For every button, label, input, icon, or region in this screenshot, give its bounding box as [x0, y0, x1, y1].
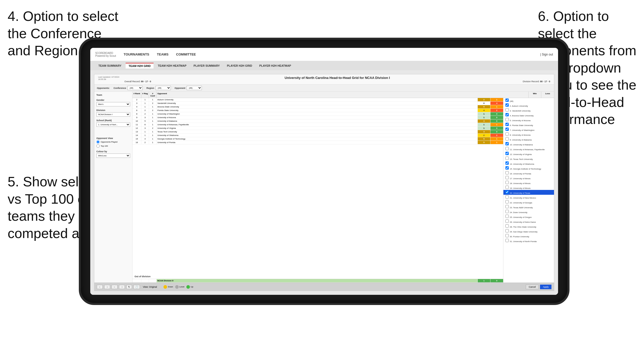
- radio-opponents-played[interactable]: Opponents Played: [96, 140, 130, 144]
- data-area: # Rank # Rag # Conf Opponent Win Loss: [132, 92, 554, 283]
- cell-win: 5: [478, 137, 490, 141]
- legend-up: Up: [186, 285, 193, 289]
- team-label: Team: [96, 94, 130, 96]
- dropdown-item[interactable]: 5. University of Arizona: [503, 117, 554, 122]
- col-headers: # Rank # Rag # Conf Opponent Win Loss: [132, 92, 554, 98]
- dropdown-item[interactable]: 15. Georgia Institute of Technology: [503, 166, 554, 171]
- dropdown-item[interactable]: 10. University of Alabama: [503, 142, 554, 146]
- dropdown-item[interactable]: 18. University of Illinois: [503, 180, 554, 185]
- dropdown-item[interactable]: 6. Florida State University: [503, 122, 554, 127]
- table-row: 2 1 1 Auburn University 2 1: [132, 98, 503, 102]
- sub-nav: TEAM SUMMARY TEAM H2H GRID TEAM H2H HEAT…: [90, 61, 558, 70]
- subnav-team-h2h-grid[interactable]: TEAM H2H GRID: [126, 63, 154, 68]
- dropdown-item[interactable]: 23. Texas A&M University: [503, 204, 554, 209]
- dropdown-item[interactable]: 13. Texas Tech University: [503, 156, 554, 161]
- dropdown-item[interactable]: 30. Purdue University: [503, 233, 554, 238]
- cell-rank: 9: [132, 116, 141, 119]
- grid-area: Team Gender Men's Division NCAA Division…: [94, 92, 554, 283]
- dropdown-item[interactable]: 25. University of Oregon: [503, 214, 554, 219]
- cell-opponent: Texas Tech University: [157, 130, 478, 133]
- cell-loss: 0: [490, 119, 503, 123]
- main-content: Last Updated: 4/7/2024 16:55:38 Universi…: [90, 70, 558, 295]
- cell-loss: 1: [490, 141, 503, 144]
- region-select[interactable]: (All): [156, 86, 171, 90]
- dropdown-item[interactable]: 21. University of New Mexico: [503, 195, 554, 200]
- dropdown-item[interactable]: 14. University of Oklahoma: [503, 161, 554, 166]
- cell-rank: 12: [132, 127, 141, 130]
- dropdown-item[interactable]: 20. University of Texas: [503, 190, 554, 195]
- dropdown-item[interactable]: 24. Duke University: [503, 209, 554, 214]
- cell-conf: 1: [149, 112, 157, 116]
- nav-committee[interactable]: COMMITTEE: [176, 51, 196, 57]
- dropdown-item[interactable]: 7. University of Washington: [503, 127, 554, 132]
- nav-tournaments[interactable]: TOURNAMENTS: [124, 51, 149, 57]
- cell-opponent: University of Oklahoma: [157, 134, 478, 137]
- cell-rank: 15: [132, 137, 141, 141]
- col-loss: Loss: [541, 92, 554, 98]
- subnav-player-h2h-heatmap[interactable]: PLAYER H2H HEATMAP: [256, 63, 294, 68]
- cell-rank: 8: [132, 112, 141, 116]
- dropdown-item[interactable]: 8. University of Arizona: [503, 132, 554, 137]
- cell-loss: 1: [490, 137, 503, 141]
- subnav-team-summary[interactable]: TEAM SUMMARY: [95, 63, 125, 68]
- cell-win: 1: [478, 116, 490, 119]
- filters-row: Opponents: Conference (All) Region (All): [94, 85, 554, 92]
- dropdown-item[interactable]: 9. University of Alabama: [503, 137, 554, 142]
- cell-win: 0: [478, 102, 490, 105]
- nav-teams[interactable]: TEAMS: [157, 51, 169, 57]
- dropdown-item[interactable]: 31. University of North Florida: [503, 238, 554, 243]
- cell-loss: 0: [490, 130, 503, 133]
- table-row: 12 3 2 University of Virginia 1 0: [132, 127, 503, 130]
- toolbar-back[interactable]: ←: [112, 285, 117, 289]
- toolbar-undo[interactable]: ←: [97, 285, 103, 289]
- table-row: 6 2 2 Florida State University 4 2: [132, 109, 503, 112]
- cell-rank: 2: [132, 98, 141, 101]
- dropdown-item[interactable]: (All): [503, 98, 554, 103]
- toolbar-forward[interactable]: →: [119, 285, 125, 289]
- conference-select[interactable]: (All): [127, 86, 143, 90]
- school-select[interactable]: 1. University of Nort...: [96, 122, 130, 127]
- cell-rank: 4: [132, 105, 141, 108]
- subnav-player-h2h-grid[interactable]: PLAYER H2H GRID: [224, 63, 255, 68]
- opponent-select[interactable]: (All): [187, 86, 202, 90]
- cancel-button[interactable]: Cancel: [526, 285, 538, 289]
- cell-conf: 1: [149, 116, 157, 119]
- toolbar-refresh[interactable]: ↻: [126, 285, 132, 289]
- filter-opponents: Opponents:: [97, 87, 110, 89]
- dropdown-item[interactable]: 22. University of Georgia: [503, 200, 554, 204]
- toolbar-redo[interactable]: →: [104, 285, 110, 289]
- dropdown-item[interactable]: 28. The Ohio State University: [503, 224, 554, 229]
- opponent-view-section: Opponent View Opponents Played Top 100: [96, 137, 130, 148]
- cell-loss: 0: [490, 116, 503, 119]
- toolbar-clock[interactable]: 🕐: [133, 285, 140, 289]
- dropdown-item[interactable]: 4. Arizona State University: [503, 113, 554, 117]
- cell-rag: 1: [141, 98, 149, 101]
- cell-win: 1: [478, 123, 490, 126]
- dropdown-item[interactable]: 29. San Diego State University: [503, 229, 554, 233]
- subnav-player-summary[interactable]: PLAYER SUMMARY: [190, 63, 223, 68]
- gender-select[interactable]: Men's: [96, 102, 130, 106]
- nav-sign-out[interactable]: | Sign out: [540, 53, 553, 56]
- subnav-team-h2h-heatmap[interactable]: TEAM H2H HEATMAP: [155, 63, 189, 68]
- tablet-screen: 5COREBOARD Powered by Scout TOURNAMENTS …: [90, 48, 558, 295]
- dropdown-item[interactable]: 11. University of Arkansas, Fayetteville: [503, 146, 554, 151]
- cell-loss: 0: [490, 112, 503, 116]
- cell-win: 2: [478, 134, 490, 137]
- gender-section: Gender Men's: [96, 99, 130, 106]
- dropdown-item[interactable]: 17. University of Illinois: [503, 175, 554, 180]
- dropdown-item[interactable]: 16. University of Florida: [503, 171, 554, 175]
- dropdown-item[interactable]: 3. Vanderbilt University: [503, 108, 554, 113]
- colour-select[interactable]: Win/Loss: [96, 154, 130, 158]
- cell-rank: 14: [132, 134, 141, 137]
- cell-win: 5: [478, 105, 490, 108]
- radio-top-100[interactable]: Top 100: [96, 144, 130, 148]
- last-updated: Last Updated: 4/7/2024 16:55:38: [98, 76, 119, 80]
- dropdown-item[interactable]: 12. University of Virginia: [503, 151, 554, 156]
- apply-button[interactable]: Apply: [540, 285, 551, 289]
- nav-logo: 5COREBOARD Powered by Scout: [95, 52, 116, 57]
- dropdown-item[interactable]: 26. University of Notre Dame: [503, 219, 554, 224]
- division-select[interactable]: NCAA Division I: [96, 112, 130, 117]
- dropdown-item[interactable]: 2. Auburn University: [503, 103, 554, 108]
- legend-up-dot: [186, 285, 190, 289]
- dropdown-item[interactable]: 19. University of Illinois: [503, 185, 554, 190]
